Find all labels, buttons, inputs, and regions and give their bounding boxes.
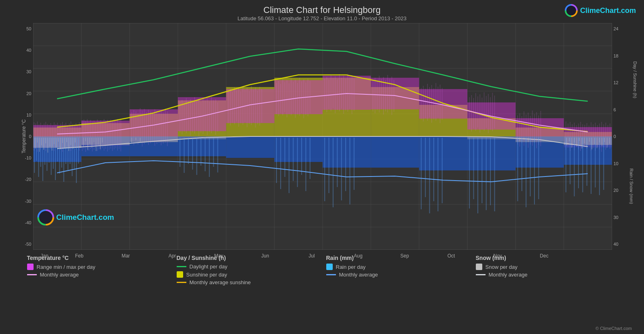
svg-rect-57 bbox=[371, 136, 419, 168]
svg-rect-53 bbox=[178, 136, 226, 156]
logo-top-right: ClimeChart.com bbox=[565, 4, 636, 17]
legend-daylight-swatch bbox=[177, 266, 186, 267]
y-left-n20: -20 bbox=[25, 177, 32, 182]
y-right-0: 0 bbox=[614, 134, 616, 139]
y-right-rain10: 10 bbox=[614, 161, 619, 166]
main-container: Climate Chart for Helsingborg Latitude 5… bbox=[0, 0, 644, 334]
y-left-n30: -30 bbox=[25, 199, 32, 204]
legend-sunshine-avg-swatch bbox=[177, 282, 186, 283]
logo-icon-top bbox=[565, 4, 578, 17]
y-right-rain40: 40 bbox=[614, 242, 619, 247]
legend-rain-bar-swatch bbox=[326, 264, 333, 270]
y-left-50: 50 bbox=[26, 26, 31, 31]
svg-rect-41 bbox=[178, 97, 226, 131]
legend-temp-range-label: Range min / max per day bbox=[37, 264, 95, 270]
y-right-18: 18 bbox=[614, 53, 619, 58]
y-right-6: 6 bbox=[614, 107, 616, 112]
legend-rain-avg-swatch bbox=[326, 274, 336, 275]
y-left-n50: -50 bbox=[25, 242, 32, 247]
x-label-may: May bbox=[196, 253, 242, 259]
y-right-rain-label: Rain / Snow (mm) bbox=[629, 168, 634, 204]
legend-temperature: Temperature °C Range min / max per day M… bbox=[27, 255, 169, 287]
y-left-10: 10 bbox=[26, 113, 31, 117]
legend-snow-bar-label: Snow per day bbox=[486, 264, 518, 270]
svg-rect-46 bbox=[419, 89, 467, 119]
x-label-oct: Oct bbox=[428, 253, 475, 259]
svg-rect-67 bbox=[515, 136, 564, 142]
y-left-n40: -40 bbox=[25, 220, 32, 225]
y-left-n10: -10 bbox=[25, 155, 32, 160]
chart-svg: ClimeChart.com bbox=[33, 23, 612, 250]
chart-subtitle: Latitude 56.063 - Longitude 12.752 - Ele… bbox=[238, 15, 407, 21]
y-axis-left-label: Temperature °C bbox=[21, 119, 27, 153]
legend-sunshine-bar-label: Sunshine per day bbox=[186, 272, 227, 278]
svg-rect-58 bbox=[419, 136, 467, 170]
svg-rect-42 bbox=[226, 89, 274, 123]
legend-sunshine-avg: Monthly average sunshine bbox=[177, 279, 318, 285]
legend-rain-avg: Monthly average bbox=[326, 272, 468, 278]
x-label-dec: Dec bbox=[521, 253, 568, 259]
svg-rect-45 bbox=[371, 78, 419, 109]
y-right-rain30: 30 bbox=[614, 215, 619, 220]
svg-rect-56 bbox=[323, 136, 371, 168]
svg-rect-44 bbox=[323, 76, 371, 110]
x-label-aug: Aug bbox=[335, 253, 382, 259]
svg-text:ClimeChart.com: ClimeChart.com bbox=[56, 213, 114, 221]
y-right-24: 24 bbox=[614, 26, 619, 31]
legend-snow-avg: Monthly average bbox=[476, 272, 617, 278]
legend-snow: Snow (mm) Snow per day Monthly average bbox=[476, 255, 617, 287]
x-label-jun: Jun bbox=[242, 253, 289, 259]
svg-rect-59 bbox=[467, 136, 515, 170]
legend-sunshine-bar-swatch bbox=[177, 271, 183, 278]
x-label-jan: Jan bbox=[33, 253, 56, 259]
legend-temp-avg: Monthly average bbox=[27, 272, 169, 278]
legend-section: Temperature °C Range min / max per day M… bbox=[15, 255, 629, 287]
legend-temp-avg-label: Monthly average bbox=[40, 272, 79, 278]
y-right-sun-label: Day / Sunshine (h) bbox=[633, 61, 638, 98]
legend-temp-range-swatch bbox=[27, 264, 34, 270]
legend-temp-range: Range min / max per day bbox=[27, 264, 169, 270]
y-left-20: 20 bbox=[26, 91, 31, 96]
x-label-mar: Mar bbox=[103, 253, 149, 259]
legend-rain-bar: Rain per day bbox=[326, 264, 468, 270]
copyright: © ClimeChart.com bbox=[595, 326, 632, 331]
legend-snow-bar-swatch bbox=[476, 264, 482, 270]
y-left-0: 0 bbox=[29, 134, 31, 139]
y-left-40: 40 bbox=[26, 48, 31, 53]
svg-rect-54 bbox=[226, 136, 274, 158]
x-label-sep: Sep bbox=[382, 253, 428, 259]
x-label-feb: Feb bbox=[56, 253, 103, 259]
x-label-jul: Jul bbox=[289, 253, 335, 259]
title-section: Climate Chart for Helsingborg Latitude 5… bbox=[238, 0, 407, 21]
legend-snow-avg-swatch bbox=[476, 274, 486, 275]
legend-sunshine-bar: Sunshine per day bbox=[177, 271, 318, 278]
logo-text-top: ClimeChart.com bbox=[580, 6, 636, 15]
y-left-30: 30 bbox=[26, 69, 31, 74]
legend-snow-avg-label: Monthly average bbox=[489, 272, 528, 278]
x-label-nov: Nov bbox=[475, 253, 521, 259]
svg-rect-43 bbox=[274, 80, 322, 114]
legend-daylight: Daylight per day bbox=[177, 264, 318, 270]
chart-title: Climate Chart for Helsingborg bbox=[238, 5, 407, 15]
legend-rain-avg-label: Monthly average bbox=[339, 272, 378, 278]
legend-temp-avg-swatch bbox=[27, 274, 37, 275]
x-label-apr: Apr bbox=[149, 253, 196, 259]
legend-rain: Rain (mm) Rain per day Monthly average bbox=[326, 255, 468, 287]
legend-sunshine: Day / Sunshine (h) Daylight per day Suns… bbox=[177, 255, 318, 287]
legend-snow-bar: Snow per day bbox=[476, 264, 617, 270]
y-right-rain20: 20 bbox=[614, 188, 619, 193]
legend-daylight-label: Daylight per day bbox=[190, 264, 228, 270]
y-right-12: 12 bbox=[614, 80, 619, 85]
svg-rect-55 bbox=[274, 136, 322, 162]
legend-rain-bar-label: Rain per day bbox=[336, 264, 366, 270]
legend-sunshine-avg-label: Monthly average sunshine bbox=[190, 279, 251, 285]
